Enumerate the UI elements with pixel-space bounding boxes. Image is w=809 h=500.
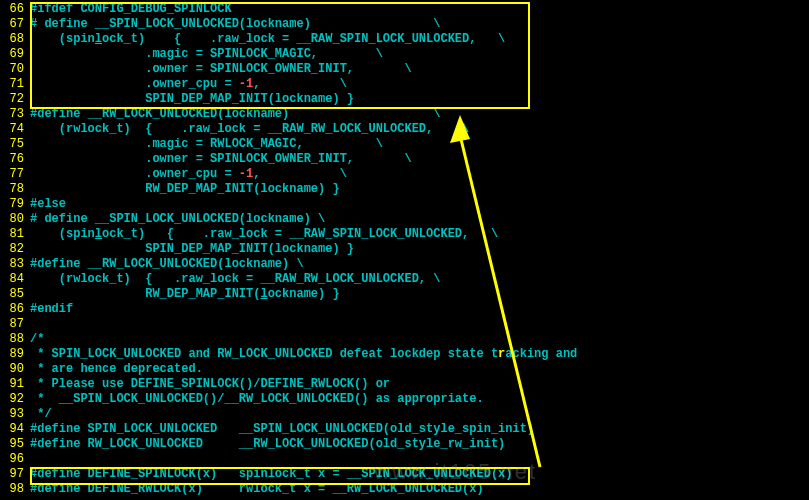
- code-line[interactable]: 71 .owner_cpu = -1, \: [0, 77, 809, 92]
- code-text: (rwlock_t) { .raw_lock = __RAW_RW_LOCK_U…: [30, 272, 440, 287]
- line-number: 89: [0, 347, 30, 362]
- line-number: 76: [0, 152, 30, 167]
- line-number: 72: [0, 92, 30, 107]
- code-text: SPIN_DEP_MAP_INIT(lockname) }: [30, 242, 354, 257]
- line-number: 82: [0, 242, 30, 257]
- line-number: 87: [0, 317, 30, 332]
- code-line[interactable]: 77 .owner_cpu = -1, \: [0, 167, 809, 182]
- code-line[interactable]: 79#else: [0, 197, 809, 212]
- code-text: * are hence deprecated.: [30, 362, 203, 377]
- code-line[interactable]: 89 * SPIN_LOCK_UNLOCKED and RW_LOCK_UNLO…: [0, 347, 809, 362]
- code-line[interactable]: 81 (spinlock_t) { .raw_lock = __RAW_SPIN…: [0, 227, 809, 242]
- line-number: 77: [0, 167, 30, 182]
- code-editor-view: 66#ifdef CONFIG_DEBUG_SPINLOCK67# define…: [0, 0, 809, 499]
- line-number: 78: [0, 182, 30, 197]
- code-text: (spinlock_t) { .raw_lock = __RAW_SPIN_LO…: [30, 227, 498, 242]
- code-text: * Please use DEFINE_SPINLOCK()/DEFINE_RW…: [30, 377, 390, 392]
- code-text: SPIN_DEP_MAP_INIT(lockname) }: [30, 92, 354, 107]
- line-number: 91: [0, 377, 30, 392]
- code-line[interactable]: 87: [0, 317, 809, 332]
- code-line[interactable]: 92 * __SPIN_LOCK_UNLOCKED()/__RW_LOCK_UN…: [0, 392, 809, 407]
- line-number: 73: [0, 107, 30, 122]
- code-text: RW_DEP_MAP_INIT(lockname) }: [30, 182, 340, 197]
- code-line[interactable]: 97#define DEFINE_SPINLOCK(x) spinlock_t …: [0, 467, 809, 482]
- code-line[interactable]: 69 .magic = SPINLOCK_MAGIC, \: [0, 47, 809, 62]
- code-text: .owner = SPINLOCK_OWNER_INIT, \: [30, 62, 412, 77]
- code-line[interactable]: 86#endif: [0, 302, 809, 317]
- code-line[interactable]: 88/*: [0, 332, 809, 347]
- line-number: 86: [0, 302, 30, 317]
- line-number: 68: [0, 32, 30, 47]
- line-number: 94: [0, 422, 30, 437]
- line-number: 75: [0, 137, 30, 152]
- line-number: 98: [0, 482, 30, 497]
- code-text: #define __RW_LOCK_UNLOCKED(lockname) \: [30, 257, 304, 272]
- code-text: .owner_cpu = -1, \: [30, 167, 347, 182]
- code-line[interactable]: 75 .magic = RWLOCK_MAGIC, \: [0, 137, 809, 152]
- code-line[interactable]: 90 * are hence deprecated.: [0, 362, 809, 377]
- code-line[interactable]: 73#define __RW_LOCK_UNLOCKED(lockname) \: [0, 107, 809, 122]
- code-text: #ifdef CONFIG_DEBUG_SPINLOCK: [30, 2, 232, 17]
- code-text: /*: [30, 332, 44, 347]
- code-line[interactable]: 85 RW_DEP_MAP_INIT(lockname) }: [0, 287, 809, 302]
- line-number: 69: [0, 47, 30, 62]
- code-text: */: [30, 407, 52, 422]
- code-line[interactable]: 68 (spinlock_t) { .raw_lock = __RAW_SPIN…: [0, 32, 809, 47]
- line-number: 88: [0, 332, 30, 347]
- code-line[interactable]: 98#define DEFINE_RWLOCK(x) rwlock_t x = …: [0, 482, 809, 497]
- code-lines-area[interactable]: 66#ifdef CONFIG_DEBUG_SPINLOCK67# define…: [0, 2, 809, 497]
- line-number: 84: [0, 272, 30, 287]
- line-number: 70: [0, 62, 30, 77]
- code-line[interactable]: 93 */: [0, 407, 809, 422]
- code-line[interactable]: 94#define SPIN_LOCK_UNLOCKED __SPIN_LOCK…: [0, 422, 809, 437]
- code-text: .magic = RWLOCK_MAGIC, \: [30, 137, 383, 152]
- code-line[interactable]: 67# define __SPIN_LOCK_UNLOCKED(lockname…: [0, 17, 809, 32]
- line-number: 80: [0, 212, 30, 227]
- code-text: #define SPIN_LOCK_UNLOCKED __SPIN_LOCK_U…: [30, 422, 534, 437]
- line-number: 85: [0, 287, 30, 302]
- code-text: RW_DEP_MAP_INIT(lockname) }: [30, 287, 340, 302]
- line-number: 83: [0, 257, 30, 272]
- code-text: .magic = SPINLOCK_MAGIC, \: [30, 47, 383, 62]
- line-number: 92: [0, 392, 30, 407]
- line-number: 93: [0, 407, 30, 422]
- code-line[interactable]: 82 SPIN_DEP_MAP_INIT(lockname) }: [0, 242, 809, 257]
- code-text: #define RW_LOCK_UNLOCKED __RW_LOCK_UNLOC…: [30, 437, 505, 452]
- code-line[interactable]: 84 (rwlock_t) { .raw_lock = __RAW_RW_LOC…: [0, 272, 809, 287]
- code-text: # define __SPIN_LOCK_UNLOCKED(lockname) …: [30, 17, 440, 32]
- code-line[interactable]: 78 RW_DEP_MAP_INIT(lockname) }: [0, 182, 809, 197]
- code-line[interactable]: 74 (rwlock_t) { .raw_lock = __RAW_RW_LOC…: [0, 122, 809, 137]
- code-line[interactable]: 96: [0, 452, 809, 467]
- code-line[interactable]: 83#define __RW_LOCK_UNLOCKED(lockname) \: [0, 257, 809, 272]
- code-text: # define __SPIN_LOCK_UNLOCKED(lockname) …: [30, 212, 325, 227]
- code-line[interactable]: 95#define RW_LOCK_UNLOCKED __RW_LOCK_UNL…: [0, 437, 809, 452]
- code-line[interactable]: 72 SPIN_DEP_MAP_INIT(lockname) }: [0, 92, 809, 107]
- line-number: 71: [0, 77, 30, 92]
- code-text: * __SPIN_LOCK_UNLOCKED()/__RW_LOCK_UNLOC…: [30, 392, 484, 407]
- code-line[interactable]: 91 * Please use DEFINE_SPINLOCK()/DEFINE…: [0, 377, 809, 392]
- line-number: 97: [0, 467, 30, 482]
- code-text: .owner = SPINLOCK_OWNER_INIT, \: [30, 152, 412, 167]
- code-text: * SPIN_LOCK_UNLOCKED and RW_LOCK_UNLOCKE…: [30, 347, 577, 362]
- code-text: (rwlock_t) { .raw_lock = __RAW_RW_LOCK_U…: [30, 122, 469, 137]
- code-text: .owner_cpu = -1, \: [30, 77, 347, 92]
- code-text: #endif: [30, 302, 73, 317]
- code-line[interactable]: 76 .owner = SPINLOCK_OWNER_INIT, \: [0, 152, 809, 167]
- code-text: #else: [30, 197, 66, 212]
- code-text: #define DEFINE_SPINLOCK(x) spinlock_t x …: [30, 467, 512, 482]
- code-text: (spinlock_t) { .raw_lock = __RAW_SPIN_LO…: [30, 32, 505, 47]
- code-line[interactable]: 66#ifdef CONFIG_DEBUG_SPINLOCK: [0, 2, 809, 17]
- code-line[interactable]: 70 .owner = SPINLOCK_OWNER_INIT, \: [0, 62, 809, 77]
- line-number: 96: [0, 452, 30, 467]
- code-line[interactable]: 80# define __SPIN_LOCK_UNLOCKED(lockname…: [0, 212, 809, 227]
- line-number: 81: [0, 227, 30, 242]
- line-number: 74: [0, 122, 30, 137]
- line-number: 67: [0, 17, 30, 32]
- line-number: 95: [0, 437, 30, 452]
- line-number: 79: [0, 197, 30, 212]
- line-number: 66: [0, 2, 30, 17]
- code-text: #define __RW_LOCK_UNLOCKED(lockname) \: [30, 107, 440, 122]
- line-number: 90: [0, 362, 30, 377]
- code-text: #define DEFINE_RWLOCK(x) rwlock_t x = __…: [30, 482, 484, 497]
